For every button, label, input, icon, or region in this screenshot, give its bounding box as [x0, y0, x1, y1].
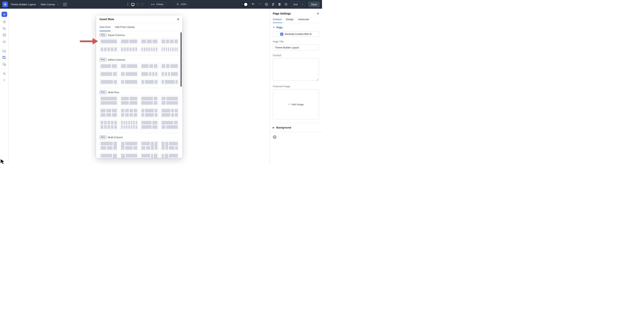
row-template-card[interactable] — [140, 141, 159, 151]
row-template-card[interactable] — [140, 153, 159, 158]
caret-right-icon: ▶ — [273, 127, 274, 129]
device-desktop-button[interactable] — [131, 3, 134, 6]
row-template-card[interactable] — [140, 71, 159, 77]
builder-settings-button[interactable] — [2, 1, 8, 7]
redo-button[interactable] — [258, 3, 262, 6]
row-template-card[interactable] — [120, 63, 138, 69]
device-tablet-button[interactable] — [137, 3, 139, 6]
device-phone-button[interactable] — [142, 3, 143, 6]
row-template-card[interactable] — [140, 63, 159, 69]
row-template-card[interactable] — [100, 71, 118, 77]
row-template-card[interactable] — [100, 46, 118, 52]
row-template-card[interactable] — [120, 79, 138, 85]
row-template-card[interactable] — [100, 63, 118, 69]
undo-button[interactable] — [252, 3, 255, 6]
row-template-card[interactable] — [120, 120, 138, 130]
tab-new-row[interactable]: New Row — [100, 23, 110, 31]
sidebar-item-assets[interactable] — [2, 26, 6, 31]
generate-content-ai-button[interactable]: AI Generate Content With AI — [273, 31, 319, 37]
row-template-card[interactable] — [120, 71, 138, 77]
assets-icon — [2, 26, 6, 30]
tab-advanced[interactable]: Advanced — [298, 18, 309, 23]
phone-icon — [142, 3, 143, 6]
sidebar-item-insert-row[interactable] — [2, 49, 6, 53]
save-button[interactable]: Save — [308, 1, 320, 7]
row-template-card[interactable] — [160, 153, 179, 158]
section-divider — [100, 133, 179, 133]
sidebar-item-database[interactable] — [2, 33, 6, 37]
sidebar-item-tools[interactable] — [2, 71, 6, 76]
tab-design[interactable]: Design — [286, 18, 294, 23]
row-template-card[interactable] — [100, 38, 118, 44]
help-button[interactable]: ? — [273, 135, 276, 139]
sidebar-item-help[interactable]: ? — [2, 78, 6, 82]
row-template-card[interactable] — [160, 141, 179, 151]
viewport-width-control[interactable]: 1384px — [149, 1, 166, 7]
row-template-card[interactable] — [140, 108, 159, 118]
row-template-card[interactable] — [160, 120, 179, 130]
add-content-button[interactable]: + — [2, 12, 7, 17]
background-section-toggle[interactable]: ▶ Background — [270, 123, 322, 132]
add-image-dropzone[interactable]: + Add Image — [273, 89, 319, 119]
help-icon: ? — [4, 79, 5, 82]
row-template-card[interactable] — [140, 79, 159, 85]
sidebar-item-insert-column[interactable] — [2, 55, 6, 60]
canvas-selector-dropdown[interactable]: Main Canvas ▼ — [38, 1, 61, 7]
caret-down-icon: ▼ — [273, 26, 275, 28]
sun-icon: ☀ — [241, 3, 243, 5]
excerpt-textarea[interactable] — [273, 58, 319, 81]
row-template-card[interactable] — [160, 71, 179, 77]
insert-row-icon — [2, 49, 6, 53]
row-template-card[interactable] — [120, 108, 138, 118]
row-template-card[interactable] — [140, 46, 159, 52]
page-section-toggle[interactable]: ▼ Page — [273, 26, 319, 29]
page-title-input[interactable] — [273, 44, 319, 50]
row-template-card[interactable] — [160, 63, 179, 69]
row-template-card[interactable] — [100, 120, 118, 130]
sidebar-item-modules[interactable] — [2, 62, 6, 66]
close-icon[interactable]: × — [177, 17, 179, 21]
trash-button[interactable] — [278, 3, 281, 6]
exit-chevron-icon[interactable]: ▼ — [300, 3, 305, 5]
row-template-card[interactable] — [140, 38, 159, 44]
tab-content[interactable]: Content — [273, 18, 282, 23]
desktop-icon — [131, 3, 134, 6]
row-template-card[interactable] — [140, 96, 159, 106]
row-template-card[interactable] — [160, 79, 179, 85]
row-template-card[interactable] — [120, 141, 138, 151]
history-button[interactable] — [265, 3, 268, 6]
row-template-card[interactable] — [100, 96, 118, 106]
row-template-card[interactable] — [100, 141, 118, 151]
row-template-card[interactable] — [120, 96, 138, 106]
row-template-card[interactable] — [160, 38, 179, 44]
row-template-card[interactable] — [100, 108, 118, 118]
power-button[interactable] — [284, 3, 288, 6]
row-template-card[interactable] — [160, 108, 179, 118]
row-template-card[interactable] — [120, 46, 138, 52]
zoom-control[interactable]: 100% — [174, 1, 189, 7]
row-template-card[interactable] — [140, 120, 159, 130]
exit-button[interactable]: Exit ▼ — [291, 1, 305, 7]
theme-toggle[interactable]: ☀ — [240, 2, 248, 6]
sidebar-item-saved-rows[interactable] — [2, 39, 6, 44]
insert-row-modal: Insert Row × New Row Add From Library Fl… — [96, 15, 182, 158]
tab-add-from-library[interactable]: Add From Library — [115, 23, 134, 31]
top-toolbar: Theme Builder Layout Main Canvas ▼ 1384p… — [0, 0, 322, 9]
grid-view-icon[interactable] — [63, 3, 66, 6]
sidebar-item-layers[interactable] — [2, 19, 6, 24]
sort-order-button[interactable] — [272, 3, 275, 6]
row-template-card[interactable] — [100, 153, 118, 158]
modal-title: Insert Row — [100, 17, 114, 21]
close-icon[interactable]: × — [317, 12, 319, 15]
modal-scrollbar-thumb[interactable] — [180, 32, 182, 87]
row-template-card[interactable] — [160, 96, 179, 106]
row-template-card[interactable] — [120, 38, 138, 44]
more-options-icon[interactable] — [128, 3, 128, 6]
section-divider — [100, 88, 179, 88]
template-grid — [100, 96, 179, 130]
row-template-card[interactable] — [160, 46, 179, 52]
toolbar-right-group: ☀ Exit ▼ — [240, 0, 320, 9]
app-root: Theme Builder Layout Main Canvas ▼ 1384p… — [0, 0, 322, 164]
row-template-card[interactable] — [120, 153, 138, 158]
row-template-card[interactable] — [100, 79, 118, 85]
